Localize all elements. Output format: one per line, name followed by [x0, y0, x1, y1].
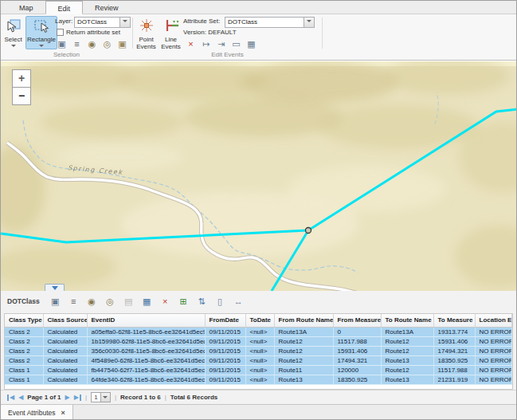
table-row[interactable]: Class 1Calculated64fde340-62f8-11e5-8bc6… [5, 375, 512, 384]
table-cell[interactable]: Class 2 [5, 336, 43, 346]
table-cell[interactable]: Route12 [274, 336, 333, 346]
switch-view-icon[interactable]: ▦ [141, 296, 153, 308]
table-cell[interactable]: <null> [245, 346, 274, 355]
table-cell[interactable]: 356c0030-62f8-11e5-8bc6-ee32641d5ec9 [87, 346, 205, 355]
table-cell[interactable]: NO ERROR [475, 375, 512, 384]
table-cell[interactable]: Route11 [274, 365, 333, 375]
table-cell[interactable]: 09/11/2015 [205, 365, 245, 375]
select-records-icon[interactable]: ▣ [49, 296, 61, 308]
table-cell[interactable]: Route12 [381, 336, 433, 346]
table-cell[interactable]: Class 2 [5, 327, 43, 336]
column-header[interactable]: FromDate [205, 314, 245, 327]
table-cell[interactable]: <null> [245, 327, 274, 336]
table-cell[interactable]: Route12 [381, 346, 433, 355]
column-header[interactable]: From Route Name [274, 314, 333, 327]
collapse-panel-button[interactable] [45, 284, 65, 291]
return-attribute-set-checkbox[interactable] [57, 29, 64, 36]
table-cell[interactable]: Route13A [274, 327, 333, 336]
column-header[interactable]: ToDate [245, 314, 274, 327]
column-header[interactable]: To Route Name [381, 314, 433, 327]
table-cell[interactable]: 17494.321 [433, 346, 475, 355]
table-cell[interactable]: Calculated [43, 327, 87, 336]
zoom-out-button[interactable]: − [12, 87, 31, 105]
table-cell[interactable]: <null> [245, 375, 274, 384]
table-cell[interactable]: 09/11/2015 [205, 346, 245, 355]
events-grid-icon[interactable]: ▦ [245, 38, 257, 50]
table-cell[interactable]: Calculated [43, 355, 87, 365]
table-cell[interactable]: 120000 [333, 365, 381, 375]
tab-review[interactable]: Review [83, 1, 131, 14]
table-cell[interactable]: fb447540-62f7-11e5-8bc6-ee32641d5ec9 [87, 365, 205, 375]
attribute-set-combobox[interactable]: DOTClass [225, 17, 315, 28]
table-cell[interactable]: 15931.406 [333, 346, 381, 355]
table-row[interactable]: Class 2Calculated4f5489e0-62f8-11e5-8bc6… [5, 355, 512, 365]
table-cell[interactable]: Class 2 [5, 346, 43, 355]
table-cell[interactable]: Class 2 [5, 355, 43, 365]
table-row[interactable]: Class 2Calculateda05effa0-62f8-11e5-8bc6… [5, 327, 512, 336]
column-header[interactable]: Location Error [475, 314, 512, 327]
sort-records-icon[interactable]: ⇅ [196, 296, 208, 308]
line-events-button[interactable]: Line Events [159, 16, 182, 53]
add-record-icon[interactable]: ⊞ [178, 296, 190, 308]
layer-combobox[interactable]: DOTClass [74, 17, 131, 28]
select-dropdown-icon[interactable] [11, 45, 16, 49]
record-notes-icon[interactable]: ▯ [214, 296, 226, 308]
table-cell[interactable]: 21231.919 [433, 375, 475, 384]
delete-record-icon[interactable]: × [159, 296, 171, 308]
table-cell[interactable]: a05effa0-62f8-11e5-8bc6-ee32641d5ec9 [87, 327, 205, 336]
table-cell[interactable]: 19313.774 [433, 327, 475, 336]
table-cell[interactable]: Calculated [43, 375, 87, 384]
layer-dropdown-icon[interactable] [120, 17, 131, 28]
table-cell[interactable]: Class 1 [5, 365, 43, 375]
table-row[interactable]: Class 2Calculated1b159980-62f8-11e5-8bc6… [5, 336, 512, 346]
table-row[interactable]: Class 2Calculated356c0030-62f8-11e5-8bc6… [5, 346, 512, 355]
table-cell[interactable]: <null> [245, 365, 274, 375]
trim-events-icon[interactable]: ⇥ [215, 38, 227, 50]
last-page-button[interactable]: ▶ [74, 394, 81, 401]
table-cell[interactable]: 17494.321 [333, 355, 381, 365]
zoom-to-selection-icon[interactable]: ◉ [86, 38, 98, 50]
table-cell[interactable]: Route12 [381, 365, 433, 375]
delete-events-icon[interactable]: × [185, 38, 197, 50]
page-number-dropdown-icon[interactable] [101, 392, 111, 402]
tab-edit[interactable]: Edit [45, 1, 84, 14]
table-cell[interactable]: Calculated [43, 336, 87, 346]
table-cell[interactable]: NO ERROR [475, 336, 512, 346]
show-all-records-icon[interactable]: ≡ [68, 296, 80, 308]
table-cell[interactable]: Route12 [274, 346, 333, 355]
table-cell[interactable]: NO ERROR [475, 365, 512, 375]
table-cell[interactable]: 11517.988 [433, 365, 475, 375]
zoom-to-record-icon[interactable]: ◉ [86, 296, 98, 308]
column-header[interactable]: Class Source [43, 314, 87, 327]
table-cell[interactable]: <null> [245, 336, 274, 346]
table-cell[interactable]: 09/11/2015 [205, 336, 245, 346]
table-cell[interactable]: 15931.406 [433, 336, 475, 346]
column-header[interactable]: EventID [87, 314, 205, 327]
table-cell[interactable]: 18350.925 [433, 355, 475, 365]
table-cell[interactable]: Calculated [43, 346, 87, 355]
next-page-button[interactable]: ▶ [65, 394, 70, 401]
tab-event-attributes[interactable]: Event Attributes × [1, 405, 73, 420]
table-cell[interactable]: 09/11/2015 [205, 327, 245, 336]
table-cell[interactable]: 09/11/2015 [205, 355, 245, 365]
first-page-button[interactable]: ◀ [7, 394, 14, 401]
close-tab-icon[interactable]: × [61, 409, 65, 417]
table-cell[interactable]: Calculated [43, 365, 87, 375]
table-cell[interactable]: <null> [245, 355, 274, 365]
selection-list-icon[interactable]: ≡ [71, 38, 83, 50]
table-cell[interactable]: Route13A [381, 327, 433, 336]
table-cell[interactable]: Class 1 [5, 375, 43, 384]
table-cell[interactable]: 64fde340-62f8-11e5-8bc6-ee32641d5ec9 [87, 375, 205, 384]
table-cell[interactable]: 18350.925 [333, 375, 381, 384]
table-cell[interactable]: Route13 [381, 375, 433, 384]
previous-page-button[interactable]: ◀ [18, 394, 23, 401]
table-cell[interactable]: NO ERROR [475, 346, 512, 355]
zoom-in-button[interactable]: + [12, 69, 31, 88]
point-events-button[interactable]: Point Events [134, 16, 159, 53]
table-cell[interactable]: NO ERROR [475, 327, 512, 336]
table-cell[interactable]: 4f5489e0-62f8-11e5-8bc6-ee32641d5ec9 [87, 355, 205, 365]
table-row[interactable]: Class 1Calculatedfb447540-62f7-11e5-8bc6… [5, 365, 512, 375]
column-header[interactable]: To Measure [433, 314, 475, 327]
column-header[interactable]: Class Type [5, 314, 43, 327]
extend-events-icon[interactable]: ↦ [200, 38, 212, 50]
